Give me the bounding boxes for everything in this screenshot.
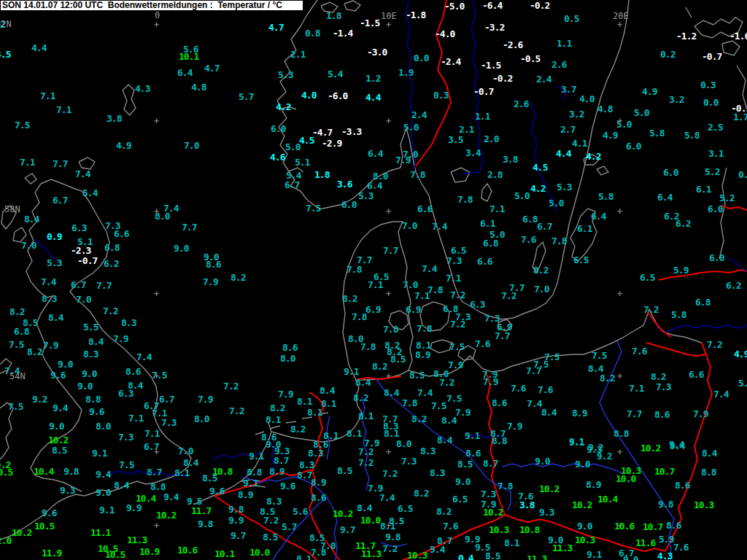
station-temp: 9.0 xyxy=(96,488,110,497)
station-temp: 8.5 xyxy=(485,551,500,560)
station-temp: 9.1 xyxy=(587,550,601,559)
station-temp: 10.5 xyxy=(34,521,54,531)
station-temp: 9.9 xyxy=(126,503,141,513)
grid-cross-icon: + xyxy=(154,289,159,298)
station-temp: 8.4 xyxy=(355,378,370,387)
station-temp: 7.3 xyxy=(656,382,670,392)
station-temp: 7.6 xyxy=(632,346,646,356)
station-temp: 7.6 xyxy=(443,521,457,531)
station-temp: 11.3 xyxy=(127,535,147,545)
station-temp: 6.3 xyxy=(470,300,484,309)
station-temp: 8.4 xyxy=(384,388,398,397)
station-temp: 8.1 xyxy=(321,399,336,408)
station-temp: 5.0 xyxy=(634,108,649,117)
station-temp: 9.0 xyxy=(82,369,96,378)
station-temp: 7.9 xyxy=(395,155,410,165)
station-temp: 7.1 xyxy=(128,413,143,423)
station-temp: 9.0 xyxy=(535,456,549,466)
station-temp: 4.9 xyxy=(603,131,617,140)
station-temp: 10.3 xyxy=(694,500,713,510)
station-temp: 7.1 xyxy=(40,91,55,101)
station-temp: 9.1 xyxy=(249,451,263,461)
station-temp: 7.3 xyxy=(161,418,176,427)
station-temp: 6.8 xyxy=(14,327,28,336)
station-temp: 5.0 xyxy=(403,122,418,132)
station-temp: 4.4 xyxy=(365,93,380,102)
coast-line xyxy=(686,7,692,18)
station-temp: 10.2 xyxy=(333,509,352,518)
station-temp: 8.3 xyxy=(420,446,435,456)
station-temp: 8.4 xyxy=(88,337,103,346)
station-temp: 9.8 xyxy=(228,505,243,514)
station-temp: 1.8 xyxy=(326,11,341,20)
grid-cross-icon: + xyxy=(154,372,159,381)
station-temp: 9.0 xyxy=(623,555,638,560)
station-temp: 6.3 xyxy=(71,223,86,233)
station-temp: 8.6 xyxy=(465,448,480,458)
station-temp: 7.2 xyxy=(382,544,397,553)
grid-cross-icon: + xyxy=(154,117,159,125)
station-temp: -3.2 xyxy=(484,23,504,32)
station-temp: 7.8 xyxy=(410,170,425,179)
river-line xyxy=(502,464,623,474)
station-temp: 9.1 xyxy=(92,448,107,458)
station-temp: 7.7 xyxy=(526,366,541,376)
grid-cross-icon: + xyxy=(386,372,391,381)
station-temp: 7.1 xyxy=(56,105,71,114)
station-temp: 6.1 xyxy=(577,224,592,233)
station-temp: 6.5 xyxy=(452,494,467,504)
station-temp: 7.4 xyxy=(713,389,728,399)
station-temp: 7.2 xyxy=(450,290,465,300)
station-temp: 8.9 xyxy=(586,480,600,489)
station-temp: 7.4 xyxy=(379,493,394,502)
station-temp: 4.4 xyxy=(556,149,570,158)
station-temp: 8.5 xyxy=(457,459,472,469)
station-temp: 3.8 xyxy=(503,155,517,164)
station-temp: 7.2 xyxy=(643,305,658,314)
station-temp: 8.2 xyxy=(436,507,451,516)
station-temp: 8.4 xyxy=(114,481,128,490)
grid-cross-icon: + xyxy=(617,372,622,381)
station-temp: 8.3 xyxy=(308,448,322,458)
station-temp: 8.2 xyxy=(342,294,357,303)
station-temp: 8.7 xyxy=(483,459,498,468)
station-temp: 8.4 xyxy=(183,458,198,467)
station-temp: 5.8 xyxy=(671,310,686,319)
station-temp: 6.0 xyxy=(708,204,722,214)
station-temp: 4.4 xyxy=(31,43,46,52)
station-temp: 2.1 xyxy=(459,125,473,134)
station-temp: 1.1 xyxy=(557,39,571,48)
station-temp: 8.0 xyxy=(396,439,411,448)
station-temp: 9.0 xyxy=(77,381,92,391)
station-temp: 8.0 xyxy=(194,414,209,424)
station-temp: 10.2 xyxy=(572,500,592,510)
station-temp: 5.9 xyxy=(659,534,673,544)
station-temp: 5.3 xyxy=(47,258,61,268)
station-temp: 0.3 xyxy=(700,80,715,90)
station-temp: 10.4 xyxy=(34,467,53,476)
grid-cross-icon: + xyxy=(386,448,391,456)
station-temp: 5.8 xyxy=(598,192,613,201)
station-temp: 3.6 xyxy=(337,179,352,189)
coast-line xyxy=(451,168,470,182)
station-temp: -3.3 xyxy=(341,127,361,136)
grid-cross-icon: + xyxy=(386,117,391,125)
station-temp: 4.2 xyxy=(276,102,290,112)
station-temp: 0.5 xyxy=(564,14,578,23)
station-temp: 10.5 xyxy=(0,467,12,477)
coast-line xyxy=(25,174,36,184)
station-temp: 8.8 xyxy=(85,394,100,404)
station-temp: 8.2 xyxy=(290,424,305,434)
station-temp: 9.0 xyxy=(575,459,589,469)
station-temp: 9.1 xyxy=(243,478,258,488)
station-temp: 7.3 xyxy=(118,432,133,442)
station-temp: 8.9 xyxy=(269,467,284,476)
coast-line xyxy=(481,184,492,201)
station-temp: 10.4 xyxy=(597,494,617,504)
station-temp: 8.2 xyxy=(651,372,665,381)
station-temp: 5.4 xyxy=(82,188,97,198)
station-temp: 6.0 xyxy=(271,124,285,133)
station-temp: 6.6 xyxy=(689,370,703,379)
station-temp: 9.1 xyxy=(569,438,584,447)
station-temp: 3.8 xyxy=(107,114,121,123)
